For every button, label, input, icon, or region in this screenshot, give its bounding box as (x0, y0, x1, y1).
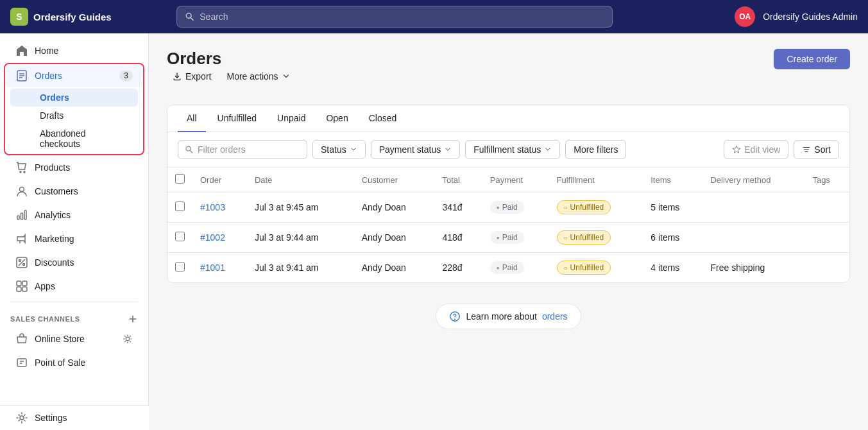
sidebar-sub-drafts[interactable]: Drafts (10, 107, 138, 125)
star-icon (732, 145, 741, 154)
row-fulfillment-1002: Unfulfilled (549, 223, 643, 253)
svg-rect-8 (21, 213, 23, 219)
search-input[interactable] (200, 12, 604, 22)
order-link-1001[interactable]: #1001 (200, 262, 225, 273)
sidebar-item-home[interactable]: Home (5, 39, 143, 62)
payment-badge-1003: Paid (490, 201, 524, 214)
sidebar-item-orders-label: Orders (35, 71, 62, 81)
sidebar-item-analytics[interactable]: Analytics (5, 203, 143, 227)
svg-point-5 (24, 171, 25, 173)
status-chevron-icon (350, 146, 357, 153)
row-payment-1001: Paid (482, 253, 549, 283)
payment-status-filter-button[interactable]: Payment status (371, 140, 461, 159)
sidebar-item-marketing[interactable]: Marketing (5, 227, 143, 250)
row-date-1002: Jul 3 at 9:44 am (247, 223, 354, 253)
status-filter-button[interactable]: Status (312, 140, 366, 159)
export-label: Export (185, 71, 211, 82)
tab-unpaid[interactable]: Unpaid (268, 105, 314, 132)
sidebar-item-apps[interactable]: Apps (5, 275, 143, 298)
add-channel-icon[interactable] (128, 314, 138, 324)
row-tags-1001 (805, 253, 849, 283)
row-items-1003: 5 items (643, 193, 702, 223)
sidebar-item-home-label: Home (35, 46, 58, 56)
sidebar-item-products[interactable]: Products (5, 156, 143, 179)
row-fulfillment-1003: Unfulfilled (549, 193, 643, 223)
fulfillment-badge-1002: Unfulfilled (557, 230, 611, 245)
row-select-1001[interactable] (175, 262, 185, 271)
toolbar: Export More actions (167, 69, 296, 84)
row-customer-1003: Andy Doan (354, 193, 435, 223)
export-icon (172, 71, 182, 82)
tab-all[interactable]: All (178, 105, 206, 132)
edit-view-button[interactable]: Edit view (724, 140, 788, 159)
row-order-1003: #1003 (192, 193, 247, 223)
sidebar-sub-abandoned[interactable]: Abandoned checkouts (10, 125, 138, 153)
sidebar-item-point-of-sale[interactable]: Point of Sale (5, 351, 143, 374)
svg-point-21 (20, 416, 24, 420)
sort-label: Sort (814, 144, 831, 155)
sidebar-footer: Settings (0, 405, 149, 430)
orders-icon (15, 69, 28, 82)
export-button[interactable]: Export (167, 69, 216, 84)
more-filters-button[interactable]: More filters (565, 140, 626, 159)
sidebar: Home Orders 3 Orders Drafts Abandoned ch… (0, 33, 149, 430)
row-order-1001: #1001 (192, 253, 247, 283)
svg-rect-14 (22, 281, 27, 286)
svg-rect-7 (17, 216, 19, 219)
col-header-order: Order (192, 168, 247, 193)
select-all-checkbox[interactable] (175, 174, 185, 184)
sidebar-item-customers[interactable]: Customers (5, 180, 143, 203)
row-select-1003[interactable] (175, 202, 185, 211)
tab-closed[interactable]: Closed (360, 105, 406, 132)
edit-view-label: Edit view (744, 144, 780, 155)
orders-card: All Unfulfilled Unpaid Open Closed Statu… (167, 105, 850, 283)
row-checkbox-1003 (167, 193, 192, 223)
sidebar-item-apps-label: Apps (35, 281, 55, 291)
row-select-1002[interactable] (175, 232, 185, 241)
user-name: Ordersify Guides Admin (763, 12, 858, 22)
learn-more-link[interactable]: orders (542, 311, 568, 322)
col-header-fulfillment: Fulfillment (549, 168, 643, 193)
online-store-icon (15, 332, 28, 345)
home-icon (15, 44, 28, 57)
tab-unfulfilled[interactable]: Unfulfilled (208, 105, 266, 132)
sort-button[interactable]: Sort (794, 140, 839, 159)
sidebar-sub-orders[interactable]: Orders (10, 89, 138, 107)
col-header-total: Total (434, 168, 482, 193)
sidebar-item-discounts-label: Discounts (35, 257, 74, 268)
create-order-button[interactable]: Create order (774, 49, 850, 69)
svg-rect-13 (17, 281, 21, 286)
row-delivery-1003 (702, 193, 804, 223)
online-store-settings-icon[interactable] (123, 334, 133, 344)
settings-icon (15, 411, 28, 424)
svg-point-4 (20, 171, 21, 173)
apps-icon (15, 280, 28, 293)
filter-search[interactable] (178, 140, 307, 159)
fulfillment-chevron-icon (544, 146, 552, 153)
sidebar-item-discounts[interactable]: Discounts (5, 251, 143, 274)
sales-channels-section-label: SALES CHANNELS (0, 306, 148, 327)
search-bar[interactable] (176, 6, 613, 28)
order-link-1002[interactable]: #1002 (200, 232, 225, 243)
row-fulfillment-1001: Unfulfilled (549, 253, 643, 283)
main-content: Orders Export More actions Create order (149, 33, 868, 430)
svg-rect-9 (24, 211, 26, 219)
avatar[interactable]: OA (735, 6, 755, 27)
filter-orders-input[interactable] (198, 144, 300, 155)
sidebar-item-settings[interactable]: Settings (5, 406, 144, 429)
sidebar-item-online-store[interactable]: Online Store (5, 327, 143, 350)
orders-tabs: All Unfulfilled Unpaid Open Closed (167, 105, 849, 132)
tab-open[interactable]: Open (317, 105, 357, 132)
sidebar-item-orders[interactable]: Orders 3 (5, 64, 143, 87)
brand[interactable]: S Ordersify Guides (10, 8, 112, 26)
more-filters-label: More filters (574, 144, 618, 155)
search-icon (185, 12, 194, 22)
more-actions-button[interactable]: More actions (221, 69, 295, 84)
table-row: #1001 Jul 3 at 9:41 am Andy Doan 228đ Pa… (167, 253, 849, 283)
fulfillment-status-filter-button[interactable]: Fulfillment status (465, 140, 560, 159)
row-date-1001: Jul 3 at 9:41 am (247, 253, 354, 283)
discounts-icon (15, 256, 28, 269)
topnav: S Ordersify Guides OA Ordersify Guides A… (0, 0, 868, 33)
table-row: #1002 Jul 3 at 9:44 am Andy Doan 418đ Pa… (167, 223, 849, 253)
order-link-1003[interactable]: #1003 (200, 202, 225, 212)
